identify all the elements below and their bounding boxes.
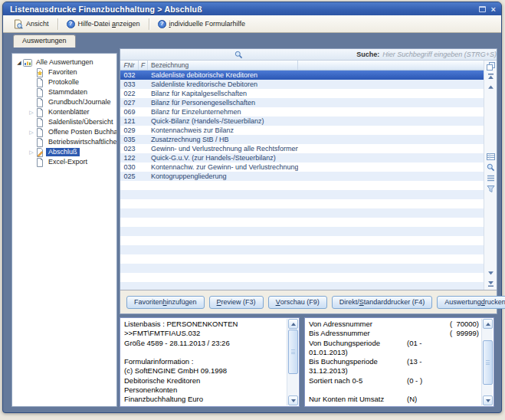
favoriten-hinzufuegen-button[interactable]: Favoriten hinzufügen: [126, 296, 205, 309]
table-row[interactable]: 030Kontennachw. zur Gewinn- und Verlustr…: [120, 162, 484, 172]
tree-item-alle-auswertungen[interactable]: ◢Alle Auswertungen: [12, 57, 116, 67]
content-area: Auswertungen ◢Alle AuswertungenFavoriten…: [4, 33, 500, 412]
toolbar-button-hilfe-datei-anzeigen[interactable]: ?Hilfe-Datei anzeigen: [61, 18, 146, 30]
expander-icon[interactable]: ▷: [28, 149, 35, 156]
parameter-label: Sortiert nach 0-5: [309, 376, 362, 385]
parameter-line: 31.12.2013): [305, 366, 481, 376]
restore-button[interactable]: [479, 6, 486, 12]
grid-view-icon[interactable]: [486, 152, 496, 162]
scroll-down-icon[interactable]: [288, 395, 298, 405]
scroll-up-icon[interactable]: [288, 319, 298, 329]
parameter-value: (1): [407, 405, 416, 405]
table-row-empty: [120, 218, 484, 227]
document-icon: [35, 118, 46, 127]
cell-fnr: 022: [120, 90, 139, 98]
scrollbar-thumb[interactable]: [483, 340, 493, 385]
form-info-scrollbar[interactable]: [287, 319, 298, 405]
vorschau-button[interactable]: Vorschau (F9): [268, 296, 327, 309]
list-panel: Suche: Hier Suchbegriff eingeben (STRG+S…: [120, 48, 497, 314]
document-edit-icon: [35, 148, 46, 157]
list-view-icon[interactable]: [486, 173, 496, 183]
table-row-empty: [120, 190, 484, 199]
scroll-down-icon[interactable]: [486, 267, 496, 277]
parameter-line: Von Adressnummer( 70000): [305, 320, 481, 329]
scroll-up-icon[interactable]: [486, 83, 496, 93]
scroll-to-top-icon[interactable]: [486, 72, 496, 82]
table-row[interactable]: 069Bilanz für Einzelunternehmen: [120, 107, 484, 116]
cell-bezeichnung: Bilanz für Kapitalgesellschaften: [148, 90, 298, 98]
expander-icon[interactable]: ▷: [28, 109, 35, 116]
tree-item-protokolle[interactable]: Protokolle: [12, 77, 116, 87]
table-row[interactable]: 029Kontennachweis zur Bilanz: [120, 126, 484, 135]
reports-icon: [23, 58, 34, 67]
tab-auswertungen[interactable]: Auswertungen: [13, 34, 76, 48]
filter-icon[interactable]: [486, 184, 496, 194]
table-row[interactable]: 027Bilanz für Personengesellschaften: [120, 98, 484, 107]
auswertung-drucken-button[interactable]: Auswertung drucken: [437, 296, 505, 309]
column-header-bezeichnung[interactable]: Bezeichnung: [148, 61, 298, 70]
scroll-down-icon[interactable]: [483, 395, 493, 405]
parameters-panel: Von Adressnummer( 70000)Bis Adressnummer…: [304, 317, 494, 407]
parameter-value: (N): [407, 395, 417, 404]
table-row[interactable]: 033Saldenliste kreditorische Debitoren: [120, 80, 484, 89]
cell-bezeichnung: Zusatzrechnung StB / HB: [148, 136, 298, 144]
info-line: Listenbasis : PERSONENKONTEN: [120, 320, 287, 329]
tree-item-grundbuch-journale[interactable]: Grundbuch/Journale: [12, 97, 116, 107]
table-row[interactable]: 023Gewinn- und Verlustrechnung alle Rech…: [120, 144, 484, 153]
parameter-label: Von Adressnummer: [309, 320, 372, 328]
tree-item-label: Saldenliste/Übersicht: [46, 118, 116, 126]
parameter-line: [305, 386, 481, 395]
app-window: Listenausdrucke Finanzbuchhaltung > Absc…: [2, 2, 502, 413]
column-header-fnr[interactable]: FNr: [120, 61, 139, 70]
tree-item-offene-posten-buchhaltung[interactable]: ▷Offene Posten Buchhaltung: [12, 127, 116, 137]
parameter-line: Nur Konten mit Umsatz(N): [305, 395, 481, 404]
parameter-value: (13 -: [407, 357, 422, 366]
expander-icon[interactable]: ◢: [15, 59, 23, 67]
table-row[interactable]: 122Quick-G.u.V. (zur Handels-/Steuerbila…: [120, 153, 484, 162]
search-icon[interactable]: [486, 162, 496, 172]
scroll-up-icon[interactable]: [483, 319, 493, 329]
table-row-empty: [120, 236, 484, 245]
cell-fnr: 027: [120, 99, 139, 107]
direkt-standarddrucker-button[interactable]: Direkt/Standarddrucker (F4): [332, 296, 433, 309]
table-row-empty: [120, 273, 484, 282]
toolbar-button-individuelle-formularhilfe[interactable]: ?individuelle Formularhilfe: [152, 18, 251, 30]
toolbar: Ansicht?Hilfe-Datei anzeigen?individuell…: [3, 15, 501, 33]
tree-item-abschluß[interactable]: ▷Abschluß: [12, 147, 116, 157]
titlebar[interactable]: Listenausdrucke Finanzbuchhaltung > Absc…: [3, 2, 501, 15]
cell-fnr: 122: [120, 154, 139, 162]
table-row[interactable]: 035Zusatzrechnung StB / HB: [120, 135, 484, 144]
help-icon: ?: [158, 20, 166, 28]
preview-button[interactable]: Preview (F3): [209, 296, 264, 309]
info-line: >>FMT\FMTFIAUS.032: [120, 329, 287, 338]
expander-icon[interactable]: ▷: [28, 129, 35, 136]
tree-item-excel-export[interactable]: Excel-Export: [12, 157, 116, 167]
cell-fnr: 025: [120, 172, 139, 181]
tree-item-kontenblätter[interactable]: ▷Kontenblätter: [12, 107, 116, 117]
tree-item-label: Grundbuch/Journale: [46, 98, 113, 107]
tree-item-label: Protokolle: [46, 78, 81, 87]
parameter-label: 01.01.2013): [309, 348, 348, 356]
scrollbar-thumb[interactable]: [288, 330, 298, 374]
tree-item-favoriten[interactable]: Favoriten: [12, 67, 116, 77]
close-button[interactable]: ×: [491, 5, 496, 13]
tree-item-stammdaten[interactable]: Stammdaten: [12, 87, 116, 97]
toolbar-button-ansicht[interactable]: Ansicht: [8, 18, 54, 31]
table-row[interactable]: 022Bilanz für Kapitalgesellschaften: [120, 89, 484, 98]
scroll-to-bottom-icon[interactable]: [486, 278, 496, 288]
parameter-value: ( 99999): [450, 329, 479, 338]
search-bar[interactable]: Suche: Hier Suchbegriff eingeben (STRG+S…: [120, 49, 497, 61]
parameter-label: [309, 386, 311, 394]
cell-fnr: 121: [120, 117, 139, 126]
column-chooser-icon[interactable]: [486, 61, 496, 71]
toolbar-button-label: Hilfe-Datei anzeigen: [78, 20, 140, 28]
parameters-scrollbar[interactable]: [481, 319, 493, 405]
table-row[interactable]: 025Kontogruppengliederung: [120, 172, 484, 181]
table-row[interactable]: 121Quick-Bilanz (Handels-/Steuerbilanz): [120, 116, 484, 126]
document-icon: [35, 158, 46, 167]
tree-item-saldenliste-übersicht[interactable]: Saldenliste/Übersicht: [12, 117, 116, 127]
tree-item-betriebswirtschaftliche-auswertungen[interactable]: Betriebswirtschaftliche Auswertungen: [12, 137, 116, 147]
table-row[interactable]: 032Saldenliste debitorische Kreditoren: [120, 71, 484, 80]
form-info-panel: Listenbasis : PERSONENKONTEN>>FMT\FMTFIA…: [120, 317, 300, 407]
column-header-f[interactable]: F: [139, 61, 148, 70]
